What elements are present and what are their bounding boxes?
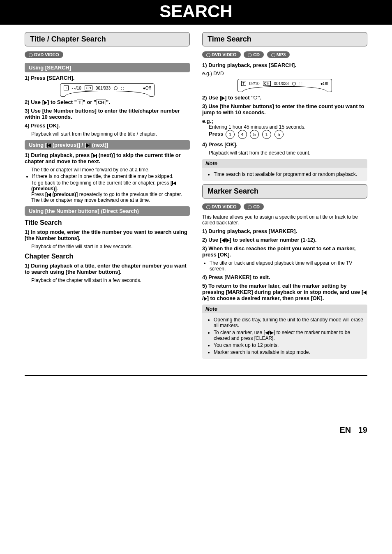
time-eg: e.g.) DVD: [202, 71, 367, 76]
marker-step3-bullet: The title or track and elapsed playback …: [210, 260, 367, 272]
page-footer: EN 19: [25, 425, 367, 435]
press-numbers: Press 1 4 5 1 5: [209, 130, 367, 139]
previous-icon: [172, 180, 176, 186]
num-button-4[interactable]: 4: [238, 130, 247, 139]
title-search-step1: 1) In stop mode, enter the title number …: [25, 229, 190, 241]
prevnext-step1: 1) During playback, press [ (next)] to s…: [25, 152, 190, 164]
repeat-value: Off: [323, 81, 328, 86]
footer-page-number: 19: [358, 425, 367, 434]
t-value: 02/10: [249, 81, 260, 86]
step-3-number: 3) Use [the Number buttons] to enter the…: [25, 108, 190, 120]
note-item: Time search is not available for program…: [214, 171, 363, 177]
disc-icon: [248, 53, 252, 57]
left-icon: [221, 238, 225, 242]
marker-step1: 1) During playback, press [MARKER].: [202, 228, 367, 234]
marker-step3: 3) When the disc reaches the point you w…: [202, 245, 367, 258]
footer-lang: EN: [339, 425, 351, 434]
disc-icon: [248, 205, 252, 209]
right-icon: [204, 297, 207, 301]
chapter-search-body: Playback of the chapter will start in a …: [31, 277, 190, 283]
step-2-select: 2) Use [] to Select "T" or "CH".: [25, 99, 190, 105]
ch-box-icon: CH: [263, 81, 271, 86]
time-step3: 3) Use [the Number buttons] to enter the…: [202, 103, 367, 115]
previous-icon: [47, 142, 51, 148]
t-box-icon: T: [241, 81, 246, 86]
step-press-search: 1) Press [SEARCH].: [25, 75, 190, 81]
right-column: Time Search DVD VIDEO CD MP3 1) During p…: [202, 29, 367, 359]
note-item: You can mark up to 12 points.: [214, 342, 363, 348]
play-icon: [44, 101, 47, 105]
dvd-video-badge: DVD VIDEO: [202, 51, 241, 58]
step-4-body: Playback will start from the beginning o…: [31, 131, 190, 137]
ch-value: 001/033: [274, 81, 289, 86]
prevnext-body3: Press [ (previous)] repeatedly to go to …: [31, 192, 190, 203]
marker-step2: 2) Use [/] to select a marker number (1-…: [202, 237, 367, 243]
time-eg2-body: Entering 1 hour 45 minutes and 15 second…: [209, 124, 367, 130]
title-chapter-search-heading: Title / Chapter Search: [25, 32, 190, 46]
t-value: - -/10: [72, 86, 81, 90]
t-box-icon: T: [64, 85, 69, 90]
dvd-video-badge: DVD VIDEO: [25, 51, 63, 58]
mp3-badge: MP3: [267, 51, 290, 58]
num-button-1[interactable]: 1: [262, 130, 271, 139]
marker-intro: This feature allows you to assign a spec…: [202, 214, 367, 226]
right-icon: [226, 238, 230, 242]
marker-step5: 5) To return to the marker later, call t…: [202, 283, 367, 301]
time-step4-body: Playback will start from the desired tim…: [209, 150, 367, 156]
marker-search-heading: Marker Search: [202, 184, 367, 199]
using-number-subhead: Using [the Number buttons] (Direct Searc…: [25, 206, 190, 216]
using-prev-next-subhead: Using [ (previous)] / [ (next)]: [25, 140, 190, 150]
repeat-value: Off: [145, 86, 151, 90]
time-step2: 2) Use [] to select "".: [202, 95, 367, 101]
play-icon: [221, 96, 225, 100]
disc-icon: [271, 53, 275, 57]
num-button-5[interactable]: 5: [250, 130, 259, 139]
cd-badge: CD: [244, 51, 264, 58]
num-button-1[interactable]: 1: [226, 130, 235, 139]
chapter-search-heading: Chapter Search: [25, 253, 190, 260]
clock-icon: [114, 86, 118, 90]
osd-display-2: T 02/10 CH 001/033 : : ●Off: [238, 79, 332, 92]
note-item: Marker search is not available in stop m…: [214, 349, 363, 355]
previous-icon: [47, 192, 51, 197]
disc-icon: [206, 205, 210, 209]
page-title: SEARCH: [0, 0, 392, 25]
ch-value: 001/033: [96, 86, 111, 90]
ch-box-icon: CH: [85, 85, 92, 90]
prevnext-bullet: If there is no chapter in one title, the…: [32, 173, 190, 179]
time-step1: 1) During playback, press [SEARCH].: [202, 62, 367, 68]
note-item: Opening the disc tray, turning the unit …: [214, 317, 363, 328]
step-4-ok: 4) Press [OK].: [25, 122, 190, 129]
note-heading: Note: [202, 305, 367, 313]
dvd-video-badge: DVD VIDEO: [202, 203, 241, 210]
using-search-subhead: Using [SEARCH]: [25, 63, 190, 72]
chapter-search-step1: 1) During playback of a title, enter the…: [25, 263, 190, 275]
time-value: : :: [121, 86, 124, 90]
cd-badge: CD: [244, 203, 264, 210]
num-button-5[interactable]: 5: [274, 130, 284, 139]
note-body-1: Time search is not available for program…: [202, 168, 367, 181]
prevnext-body2: To go back to the beginning of the curre…: [31, 180, 190, 192]
disc-icon: [29, 53, 33, 57]
title-search-body: Playback of the title will start in a fe…: [31, 244, 190, 249]
prevnext-body1: The title or chapter will move forward b…: [31, 167, 190, 173]
next-icon: [86, 142, 90, 148]
left-icon: [363, 291, 367, 295]
osd-display-1: T - -/10 CH 001/033 : : ●Off: [60, 83, 154, 97]
note-heading: Note: [202, 159, 367, 168]
marker-step4: 4) Press [MARKER] to exit.: [202, 274, 367, 280]
note-body-2: Opening the disc tray, turning the unit …: [202, 313, 367, 359]
time-step4: 4) Press [OK].: [202, 141, 367, 148]
next-icon: [93, 152, 97, 158]
left-column: Title / Chapter Search DVD VIDEO Using […: [25, 29, 190, 359]
time-search-heading: Time Search: [202, 32, 367, 46]
clock-icon: [292, 82, 296, 85]
time-eg2: e.g.;: [202, 118, 367, 124]
note-item: To clear a marker, use [◀/▶] to select t…: [214, 330, 363, 341]
title-search-heading: Title Search: [25, 219, 190, 226]
disc-icon: [206, 53, 210, 57]
time-value: : :: [299, 81, 302, 86]
